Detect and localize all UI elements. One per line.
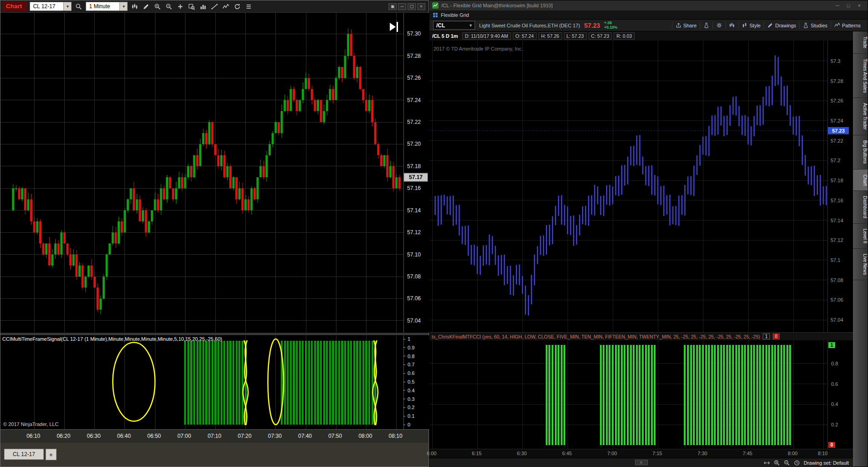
sidebar-item-active-trader[interactable]: Active Trader — [853, 98, 868, 135]
zoom-in-icon[interactable] — [774, 460, 780, 467]
chevron-down-icon[interactable]: ▼ — [63, 2, 71, 10]
tests-button[interactable] — [700, 21, 713, 29]
drawings-button[interactable]: Drawings — [764, 21, 799, 29]
zoom-in-icon[interactable] — [153, 2, 162, 11]
nt-indicator-chart[interactable]: 10.90.80.70.60.50.40.30.20.10 — [0, 335, 429, 429]
restore-child-button[interactable]: ▣ — [388, 3, 397, 10]
x-axis-label: 8:10 — [818, 451, 827, 456]
chart-tab[interactable]: Chart — [2, 1, 27, 11]
svg-text:0.2: 0.2 — [831, 422, 838, 427]
sidebar-item-chart[interactable]: Chart — [853, 169, 868, 191]
share-button[interactable]: Share — [672, 21, 700, 29]
x-axis-label: 7:30 — [698, 451, 707, 456]
close-button[interactable]: × — [417, 3, 425, 10]
zoom-out-icon[interactable] — [784, 460, 790, 467]
chart-mode-button[interactable] — [725, 21, 738, 29]
minimize-button[interactable]: ─ — [398, 3, 406, 10]
nt-toolbar: Chart CL 12-17 ▼ 1 Minute ▼ ▣─▢× — [0, 0, 429, 13]
tos-gadget-sidebar: TradeTimes And SalesActive TraderBig But… — [853, 31, 868, 467]
plus-icon[interactable] — [176, 2, 185, 11]
maximize-button[interactable]: ▢ — [408, 3, 416, 10]
clock-icon[interactable] — [794, 460, 801, 467]
studies-button[interactable]: Studies — [799, 21, 831, 29]
chevron-down-icon[interactable]: ▼ — [469, 23, 473, 28]
sidebar-item-level-ii[interactable]: Level II — [853, 224, 868, 249]
svg-text:0.5: 0.5 — [408, 379, 414, 385]
indicator-low-chip: 0 — [773, 334, 780, 339]
change-percent: +0.10% — [604, 26, 617, 30]
tos-indicator-label: ts_ChrisKFinalMTFCCI (yes, 60, 14, HIGH,… — [432, 334, 760, 339]
sidebar-item-big-buttons[interactable]: Big Buttons — [853, 135, 868, 169]
sidebar-item-live-news[interactable]: Live News — [853, 249, 868, 280]
splitter-grip[interactable]: ≡ — [635, 460, 648, 465]
settings-button[interactable] — [713, 21, 725, 29]
zoom-out-icon[interactable] — [164, 2, 174, 11]
svg-text:57.30: 57.30 — [407, 31, 421, 37]
x-axis-label: 8:00 — [788, 451, 797, 456]
svg-text:0: 0 — [408, 422, 410, 427]
trend-icon[interactable] — [210, 2, 219, 11]
tos-indicator-chart[interactable]: 0.80.60.40.210 — [429, 340, 853, 449]
last-price: 57.23 — [584, 22, 600, 29]
tos-main: /CL 5 D 1m D: 11/10/17 9:40 AMO: 57.24H:… — [429, 31, 868, 467]
sidebar-item-times-and-sales[interactable]: Times And Sales — [853, 54, 868, 98]
tos-header-buttons: ShareStyleDrawingsStudiesPatterns — [672, 21, 864, 29]
svg-text:57.28: 57.28 — [831, 78, 843, 84]
style-button[interactable]: Style — [738, 21, 764, 29]
candles-icon[interactable] — [130, 2, 140, 11]
instrument-description: Light Sweet Crude Oil Futures,ETH (DEC 1… — [479, 23, 580, 28]
symbol-input[interactable]: /CL ▼ — [433, 21, 475, 30]
x-axis-label: 6:15 — [472, 451, 481, 456]
chart-bottom-tab[interactable]: CL 12-17 — [4, 449, 44, 460]
nt-toolbar-icons — [130, 2, 253, 11]
list-icon[interactable] — [244, 2, 253, 11]
tos-title-bar: /CL - Flexible Grid Main@thinkorswim [bu… — [429, 0, 868, 10]
sidebar-item-trade[interactable]: Trade — [853, 31, 868, 54]
arrows-icon[interactable] — [764, 460, 770, 467]
nt-price-chart[interactable]: 57.3057.2857.2657.2457.2257.2057.1857.16… — [0, 13, 429, 333]
pencil-icon — [767, 22, 773, 28]
refresh-icon[interactable] — [232, 2, 242, 11]
patterns-button[interactable]: Patterns — [831, 21, 864, 29]
x-axis-label: 06:30 — [87, 433, 101, 439]
histogram-icon[interactable] — [198, 2, 208, 11]
ohlc-chip: C: 57.23 — [589, 32, 612, 40]
x-axis-label: 6:30 — [517, 451, 527, 456]
sidebar-item-dashboard[interactable]: Dashboard — [853, 191, 868, 224]
chevron-down-icon[interactable]: ▼ — [119, 2, 127, 10]
maximize-button[interactable]: □ — [843, 1, 854, 10]
svg-text:0.9: 0.9 — [408, 345, 414, 350]
close-button[interactable]: × — [854, 1, 865, 10]
symbol-select-value: CL 12-17 — [33, 3, 55, 10]
svg-text:0.4: 0.4 — [408, 388, 414, 393]
region-magnifier-icon[interactable] — [187, 2, 196, 11]
svg-text:57.23: 57.23 — [832, 128, 845, 133]
ohlc-row: /CL 5 D 1m D: 11/10/17 9:40 AMO: 57.24H:… — [429, 31, 853, 41]
tos-bottom-bar: ≡ Drawing set: Default — [429, 458, 853, 467]
minimize-button[interactable]: ─ — [832, 1, 843, 10]
magnifier-icon[interactable] — [74, 2, 83, 11]
svg-text:57.16: 57.16 — [831, 198, 843, 203]
flexible-grid-tab[interactable]: Flexible Grid — [441, 12, 469, 18]
interval-select[interactable]: 1 Minute ▼ — [86, 2, 128, 11]
symbol-select[interactable]: CL 12-17 ▼ — [30, 2, 72, 11]
svg-text:57.26: 57.26 — [831, 98, 843, 103]
thinkorswim-window: /CL - Flexible Grid Main@thinkorswim [bu… — [429, 0, 868, 467]
x-axis-label: 6:00 — [427, 451, 436, 456]
svg-text:57.16: 57.16 — [407, 185, 421, 191]
pencil-icon[interactable] — [141, 2, 151, 11]
x-axis-label: 06:40 — [117, 433, 131, 439]
svg-text:0.3: 0.3 — [408, 396, 414, 402]
ninjatrader-window: Chart CL 12-17 ▼ 1 Minute ▼ ▣─▢× 57.3057… — [0, 0, 429, 467]
studies-button-label: Studies — [811, 23, 827, 28]
x-axis-label: 7:15 — [652, 451, 662, 456]
nt-tab-bar: CL 12-17 + — [0, 443, 429, 467]
svg-text:57.08: 57.08 — [831, 277, 843, 283]
svg-text:57.1: 57.1 — [831, 257, 840, 263]
tos-price-chart[interactable]: 57.357.2857.2657.2457.2257.257.1857.1657… — [429, 41, 853, 332]
drawing-set-status[interactable]: Drawing set: Default — [804, 460, 849, 466]
zigzag-icon[interactable] — [221, 2, 231, 11]
x-axis-label: 7:00 — [607, 451, 617, 456]
add-tab-button[interactable]: + — [46, 449, 57, 460]
svg-text:57.12: 57.12 — [831, 237, 843, 243]
